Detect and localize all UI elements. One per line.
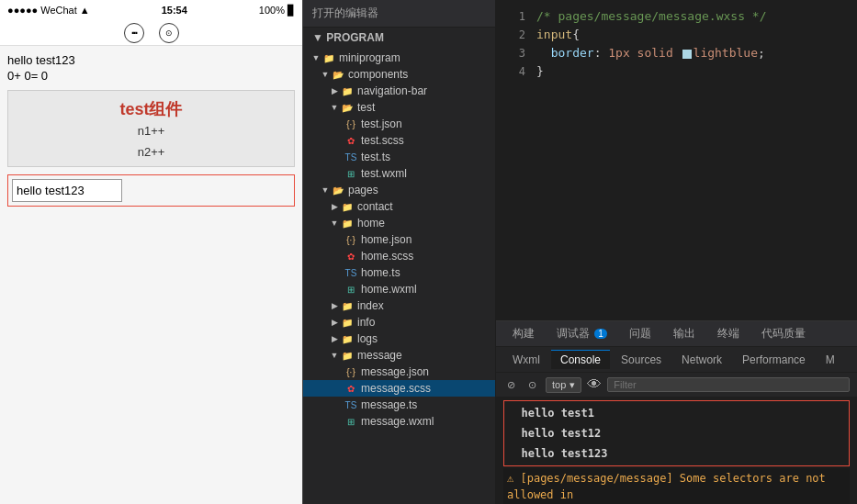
bottom-tab-bar: 构建 调试器 1 问题 输出 终端 代码质量: [496, 321, 857, 347]
editor-line-1: 1 /* pages/message/message.wxss */: [507, 7, 846, 26]
folder-icon: 📁: [321, 50, 336, 65]
folder-icon: 📁: [340, 348, 355, 363]
tree-item-message-json[interactable]: {·} message.json: [303, 364, 495, 380]
program-section: ▼ PROGRAM: [303, 28, 495, 48]
folder-special-icon: 📂: [331, 67, 345, 82]
tree-item-contact[interactable]: ▶ 📁 contact: [303, 198, 495, 215]
tree-item-index[interactable]: ▶ 📁 index: [303, 297, 495, 314]
editor-area: 1 /* pages/message/message.wxss */ 2 inp…: [496, 0, 857, 320]
tree-item-components[interactable]: ▼ 📂 components: [303, 66, 495, 83]
tree-item-test-wxml[interactable]: ⊞ test.wxml: [303, 165, 495, 182]
folder-icon: 📁: [340, 315, 355, 330]
arrow-icon: ▼: [310, 53, 321, 62]
hello-text: hello test123: [7, 53, 295, 67]
phone-simulator: ●●●●● WeChat ▲ 15:54 100% ▊ ··· ⊙ hello …: [0, 0, 303, 504]
editor-line-4: 4 }: [507, 62, 846, 81]
carrier-label: WeChat: [40, 5, 77, 16]
file-tree: ▼ 📁 miniprogram ▼ 📂 components ▶ 📁 navig…: [303, 48, 495, 504]
tab-output[interactable]: 输出: [664, 323, 705, 344]
n2-button[interactable]: n2++: [19, 145, 283, 159]
tab-console[interactable]: Console: [551, 350, 610, 369]
tree-item-pages[interactable]: ▼ 📂 pages: [303, 182, 495, 198]
tree-item-test-ts[interactable]: TS test.ts: [303, 149, 495, 165]
eye-icon[interactable]: 👁: [587, 376, 602, 393]
tree-item-message-wxml[interactable]: ⊞ message.wxml: [303, 413, 495, 430]
component-title: test组件: [19, 98, 283, 120]
stop-button[interactable]: ⊙: [524, 378, 540, 392]
folder-icon: 📁: [340, 298, 355, 313]
signal-icon: ●●●●●: [7, 5, 38, 16]
phone-status-bar: ●●●●● WeChat ▲ 15:54 100% ▊: [0, 0, 302, 20]
wxml-icon: ⊞: [344, 282, 358, 297]
warning-icon: ⚠: [507, 472, 513, 485]
folder-icon: 📁: [340, 199, 355, 214]
tree-item-home-ts[interactable]: TS home.ts: [303, 264, 495, 281]
console-toolbar: ⊘ ⊙ top ▾ 👁: [496, 373, 857, 397]
menu-dots-button[interactable]: ···: [124, 23, 144, 43]
tree-item-test-scss[interactable]: ✿ test.scss: [303, 132, 495, 149]
folder-special-icon: 📂: [340, 100, 355, 115]
file-panel-header: 打开的编辑器: [303, 0, 495, 28]
arrow-icon: ▶: [329, 318, 340, 327]
arrow-icon: ▶: [329, 301, 340, 310]
console-highlighted-group: hello test1 hello test12 hello test123: [503, 400, 850, 466]
test-component-box: test组件 n1++ n2++: [7, 90, 295, 167]
tab-wxml[interactable]: Wxml: [503, 351, 549, 369]
color-swatch: [682, 50, 692, 59]
filter-input[interactable]: [607, 377, 850, 392]
folder-icon: 📁: [340, 84, 355, 98]
tab-debugger[interactable]: 调试器 1: [547, 323, 616, 344]
phone-controls: ··· ⊙: [0, 20, 302, 46]
console-line-1: hello test1: [504, 403, 849, 423]
tree-item-test[interactable]: ▼ 📂 test: [303, 99, 495, 116]
wifi-icon: ▲: [80, 5, 90, 16]
tab-m[interactable]: M: [817, 351, 844, 369]
tree-item-message[interactable]: ▼ 📁 message: [303, 347, 495, 364]
json-icon: {·}: [344, 117, 358, 131]
bottom-panel: 构建 调试器 1 问题 输出 终端 代码质量 Wxml Console Sour…: [496, 320, 857, 504]
n1-button[interactable]: n1++: [19, 124, 283, 138]
tab-performance[interactable]: Performance: [733, 351, 815, 369]
folder-icon: 📁: [340, 216, 355, 230]
tree-item-miniprogram[interactable]: ▼ 📁 miniprogram: [303, 50, 495, 66]
dropdown-arrow-icon: ▾: [569, 379, 575, 391]
tree-item-message-scss[interactable]: ✿ message.scss: [303, 380, 495, 397]
arrow-icon: ▼: [329, 351, 340, 360]
file-tree-panel: 打开的编辑器 ▼ PROGRAM ▼ 📁 miniprogram ▼ 📂 com…: [303, 0, 496, 504]
arrow-icon: ▼: [329, 103, 340, 112]
scss-icon: ✿: [344, 249, 358, 263]
tree-item-test-json[interactable]: {·} test.json: [303, 116, 495, 132]
arrow-icon: ▶: [329, 202, 340, 211]
time-label: 15:54: [162, 5, 187, 16]
input-outer-box: hello test123: [7, 174, 295, 207]
tree-item-home-scss[interactable]: ✿ home.scss: [303, 248, 495, 264]
arrow-icon: ▼: [320, 70, 331, 79]
tab-sources[interactable]: Sources: [612, 351, 671, 369]
tab-problems[interactable]: 问题: [620, 323, 660, 344]
tab-network[interactable]: Network: [672, 351, 731, 369]
console-output: hello test1 hello test12 hello test123 ⚠…: [496, 397, 857, 504]
folder-icon: 📁: [340, 331, 355, 346]
arrow-icon: ▶: [329, 86, 340, 95]
editor-line-2: 2 input{: [507, 26, 846, 44]
scss-icon: ✿: [344, 381, 358, 396]
tree-item-home[interactable]: ▼ 📁 home: [303, 215, 495, 231]
console-line-3: hello test123: [504, 443, 849, 464]
tree-item-logs[interactable]: ▶ 📁 logs: [303, 330, 495, 347]
tree-item-home-wxml[interactable]: ⊞ home.wxml: [303, 281, 495, 297]
tree-item-home-json[interactable]: {·} home.json: [303, 231, 495, 248]
top-dropdown[interactable]: top ▾: [546, 377, 581, 393]
tree-item-message-ts[interactable]: TS message.ts: [303, 397, 495, 413]
tab-build[interactable]: 构建: [503, 323, 544, 344]
home-button[interactable]: ⊙: [159, 23, 179, 43]
tree-item-info[interactable]: ▶ 📁 info: [303, 314, 495, 330]
tab-terminal[interactable]: 终端: [708, 323, 749, 344]
editor-line-3: 3 border: 1px solid lightblue;: [507, 44, 846, 62]
text-input[interactable]: hello test123: [12, 179, 122, 202]
tab-quality[interactable]: 代码质量: [752, 323, 815, 344]
phone-content: hello test123 0+ 0= 0 test组件 n1++ n2++ h…: [0, 46, 302, 504]
clear-console-button[interactable]: ⊘: [503, 378, 519, 392]
ts-icon: TS: [344, 398, 358, 412]
tree-item-navigation-bar[interactable]: ▶ 📁 navigation-bar: [303, 83, 495, 99]
inner-tab-bar: Wxml Console Sources Network Performance…: [496, 347, 857, 373]
